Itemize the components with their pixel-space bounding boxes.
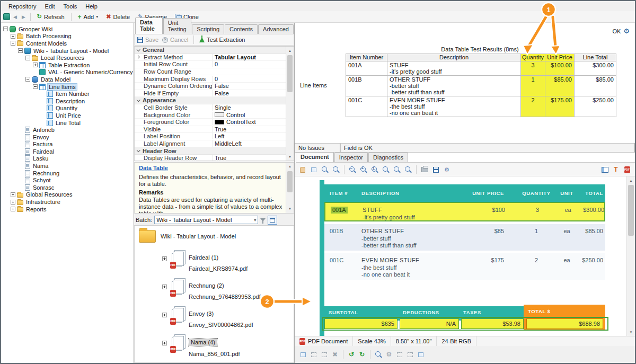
tree-item-line-items[interactable]: Line Items [1,83,134,91]
batch-item-file[interactable]: Rechnung_9764889953.pdf [189,294,261,300]
expander-icon[interactable] [162,285,167,289]
tree-item-item-number[interactable]: Item Number [1,90,134,97]
refresh-button[interactable]: ↻ Refresh [34,12,68,22]
expander-icon[interactable] [25,77,30,82]
invoice-row-001c[interactable]: 001C EVEN MORE STUFF-the best stuff -no … [324,253,605,280]
tree-item-sonrasc[interactable]: Sonrasc [1,184,134,191]
tree-item-batch-processing[interactable]: Batch Processing [1,33,134,40]
col-line-total[interactable]: Line Total [574,54,616,61]
tree-item-nama[interactable]: Nama [1,162,134,170]
property-category-appearance[interactable]: Appearance [135,97,286,104]
expander-icon[interactable] [162,256,167,261]
results-row-001b[interactable]: 001B OTHER STUFF -better stuff -better s… [346,76,616,96]
expander-icon[interactable] [11,34,15,39]
tree-item-val-generic-numeric-currency[interactable]: VAL - Generic Numeric/Currency [1,69,134,76]
delete-button[interactable]: ✖ Delete [103,12,133,22]
zoom-fit-button[interactable] [381,165,391,174]
tab-contents[interactable]: Contents [225,24,258,34]
clear-zones-button[interactable]: ✖ [331,351,339,359]
repository-icon[interactable] [3,13,10,20]
zoom-in-button[interactable]: + [359,165,368,174]
col-quantity[interactable]: Quantity [521,54,545,61]
preview-button[interactable] [417,351,425,359]
subtotal-value-zone[interactable]: $635 [324,318,398,329]
zoom-page-button[interactable] [331,165,341,174]
col-description[interactable]: Description [387,54,521,61]
scrollbar-thumb[interactable] [287,55,293,92]
document-viewer[interactable]: ITEM # DESCRIPTION UNIT PRICE QUANTITY U… [295,176,635,336]
rotate-ccw-button[interactable]: ↺ [347,351,356,359]
chevron-right-icon[interactable] [136,55,140,59]
zone-resize-button[interactable] [320,351,329,359]
text-view-button[interactable]: T [611,165,621,174]
tree-item-schyot[interactable]: Schyot [1,176,134,184]
scrollbar-thumb[interactable] [628,185,634,236]
expander-icon[interactable] [11,200,15,205]
scroll-down-icon[interactable]: ▼ [286,205,294,213]
batch-item-fairdeal[interactable]: PDF Fairdeal (1)Fairdeal_KRS8974.pdf [162,250,248,272]
property-category-header-row[interactable]: Header Row [135,147,286,155]
expander-icon[interactable] [33,63,38,67]
property-value[interactable]: True [212,126,286,132]
tree-item-data-model[interactable]: Data Model [1,76,134,83]
property-value[interactable]: ControlText [212,119,286,125]
col-item-number[interactable]: Item Number [346,54,387,61]
scroll-down-icon[interactable]: ▼ [627,328,635,336]
pan-hand-button[interactable] [298,165,307,174]
results-row-001c[interactable]: 001C EVEN MORE STUFF -the best stuff -no… [346,96,616,117]
property-row-foreground-color[interactable]: Foreground ColorControlText [135,119,286,126]
tree-item-description[interactable]: Description [1,97,134,105]
zone-tool-button[interactable] [299,351,307,359]
property-row-initial-row-count[interactable]: Initial Row Count0 [135,61,286,68]
tab-inspector[interactable]: Inspector [334,153,368,162]
menu-edit[interactable]: Edit [41,2,59,11]
expander-icon[interactable] [11,192,15,197]
tree-item-grooper-wiki[interactable]: Grooper Wiki [1,25,134,33]
property-row-label-position[interactable]: Label PositionLeft [135,133,286,140]
property-value[interactable]: 0 [212,61,286,67]
batch-item-file[interactable]: Envoy_SIV00004862.pdf [189,322,253,328]
expander-icon[interactable] [3,26,8,31]
tree-item-infrastructure[interactable]: Infrastructure [1,198,134,206]
expander-icon[interactable] [11,41,15,46]
tree-item-wiki-tabular-layout-model[interactable]: Wiki - Tabular Layout - Model [1,47,134,55]
tree-item-anfoneb[interactable]: Anfoneb [1,126,134,134]
pdf-view-button[interactable]: PDF [622,165,632,174]
tree-item-unit-price[interactable]: Unit Price [1,112,134,119]
select-zone-button[interactable] [309,165,319,174]
zoom-actual-button[interactable]: 1 [370,165,379,174]
tab-diagnostics[interactable]: Diagnostics [368,153,408,162]
tab-advanced[interactable]: Advanced [258,24,294,34]
property-row-label-alignment[interactable]: Label AlignmentMiddleLeft [135,140,286,148]
help-scrollbar[interactable]: ▲ ▼ [286,163,294,213]
property-row-hide-if-empty[interactable]: Hide If EmptyFalse [135,90,286,97]
invoice-row-001b[interactable]: 001B OTHER STUFF-better stuff -better st… [324,224,605,251]
zone-move-button[interactable] [310,351,318,359]
total-value-zone[interactable]: $688.98 [526,318,603,329]
expander-icon[interactable] [162,313,167,317]
property-value[interactable]: Tabular Layout [212,54,286,60]
batch-select[interactable]: Wiki - Tabular Layout - Model▾ [154,216,258,224]
zoom-selection-button[interactable] [403,165,413,174]
diagnostics-tools-icon[interactable]: ⚙ [623,27,630,35]
property-value[interactable]: MiddleLeft [212,140,286,147]
col-unit-price[interactable]: Unit Price [545,54,574,61]
property-row-row-count-range[interactable]: Row Count Range [135,68,286,76]
expander-icon[interactable] [11,207,15,211]
add-button[interactable]: + Add ▾ [75,12,102,22]
taxes-value-zone[interactable]: $53.98 [461,318,524,329]
batch-item-file[interactable]: Nama_856_001.pdf [189,351,240,357]
filter-icon[interactable] [260,218,266,221]
document-scrollbar[interactable]: ▲ ▼ [626,176,635,336]
expander-icon[interactable] [18,48,23,53]
list-view-button[interactable] [406,351,414,359]
scroll-down-icon[interactable]: ▼ [286,153,294,161]
zoom-width-button[interactable] [392,165,402,174]
tree-item-line-total[interactable]: Line Total [1,119,134,127]
batch-item-rechnung[interactable]: PDF Rechnung (2)Rechnung_9764889953.pdf [162,278,261,300]
batch-root-folder[interactable]: Wiki - Tabular Layout - Model [139,230,236,243]
results-row-001a[interactable]: 001A STUFF -it's pretty good stuff 3 $10… [346,61,616,76]
scrollbar-thumb[interactable] [287,171,293,192]
property-row-display-header-row[interactable]: Display Header RowTrue [135,155,286,161]
test-extraction-button[interactable]: Test Extraction [199,37,245,43]
